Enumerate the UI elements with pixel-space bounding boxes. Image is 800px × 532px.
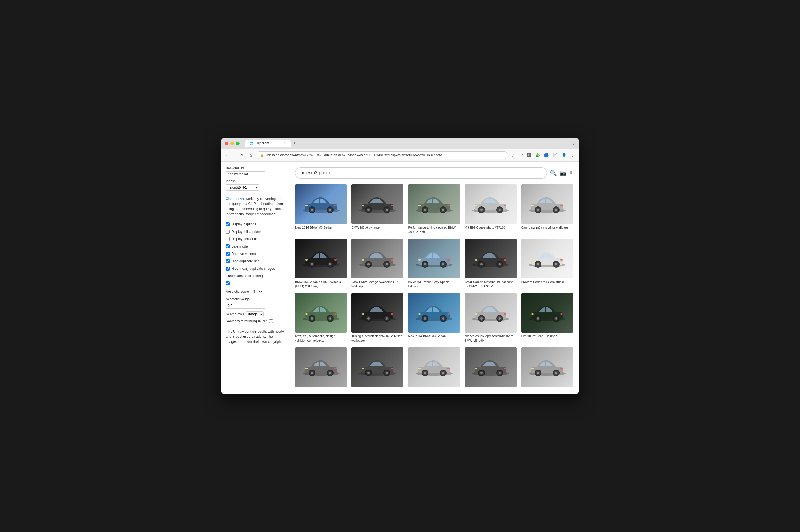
image-card[interactable] [351, 347, 403, 388]
aesthetic-score-select[interactable]: 9 123 456 7810 [251, 289, 263, 294]
svg-rect-179 [448, 368, 450, 369]
new-tab-button[interactable]: + [291, 140, 298, 146]
index-select[interactable]: laion5B-H-14 laion5B-L-14 laion400m-L-14 [226, 184, 259, 191]
svg-point-107 [329, 317, 331, 320]
svg-point-14 [367, 209, 370, 211]
image-caption: BMW M3 Sedan on HRE Wheels (FF11) 2019 г… [295, 280, 347, 289]
hide-duplicate-urls-checkbox[interactable] [226, 259, 230, 263]
svg-point-94 [537, 263, 539, 265]
search-input-container [295, 167, 547, 179]
svg-point-67 [385, 263, 388, 265]
sidebar: Backend url: Index: laion5B-H-14 laion5B… [221, 162, 289, 394]
multilingual-row: Search with multilingual clip [226, 319, 285, 323]
camera-search-button[interactable]: 📷 [560, 170, 566, 176]
window-controls-icon: ⌄ [572, 141, 576, 146]
image-card[interactable]: Tuning tuned black bmw m3 e92 sea wallpa… [351, 293, 403, 343]
image-card[interactable]: Gray BMW Garage Awesome HD Wallpaper [351, 239, 403, 289]
svg-point-184 [480, 372, 483, 374]
menu-icon[interactable]: ⋮ [569, 152, 576, 158]
backend-url-input[interactable] [226, 171, 266, 177]
remove-violence-checkbox[interactable] [226, 252, 230, 256]
image-card[interactable]: New 2014 BMW M3 Sedan [295, 184, 347, 234]
maximize-button[interactable] [236, 141, 240, 145]
hide-duplicate-images-checkbox[interactable] [226, 267, 230, 270]
safe-mode-checkbox[interactable] [226, 244, 230, 248]
download-button[interactable]: ⬇ [569, 170, 573, 176]
image-card[interactable]: Cars bmw m3 rims white wallpaper [521, 184, 573, 234]
display-full-captions-checkbox[interactable] [226, 230, 230, 234]
image-card[interactable]: BMW M3 Sedan on HRE Wheels (FF11) 2019 г… [295, 239, 347, 289]
svg-rect-39 [504, 205, 506, 206]
svg-rect-79 [448, 259, 450, 261]
search-input[interactable] [301, 170, 542, 175]
reader-view-icon[interactable]: 📄 [551, 152, 559, 158]
image-card[interactable]: BMW M3 Frozen Grey Special Edition [408, 239, 460, 289]
image-card[interactable]: bmw, car, automobile, design, vehicle, t… [295, 293, 347, 343]
ublock-icon[interactable]: 🔵 [543, 152, 550, 158]
display-similarities-checkbox[interactable] [226, 237, 230, 241]
address-bar[interactable]: 🔒 knn.laion.ai/?back=https%3A%2F%2Fknn.l… [256, 151, 508, 159]
svg-rect-169 [391, 368, 393, 369]
multilingual-checkbox[interactable] [269, 319, 273, 323]
enable-aesthetic-checkbox[interactable] [226, 281, 230, 285]
search-over-select[interactable]: image text [246, 311, 264, 317]
display-captions-checkbox[interactable] [226, 222, 230, 226]
aesthetic-score-row: Aesthetic score 9 123 456 7810 [226, 289, 285, 294]
index-label: Index: [226, 179, 285, 183]
close-button[interactable] [224, 141, 228, 145]
image-caption: Tuning tuned black bmw m3 e92 sea wallpa… [351, 334, 403, 343]
clip-retrieval-link[interactable]: Clip retrieval [226, 197, 245, 201]
image-card[interactable]: New 2014 BMW M3 Sedan [408, 293, 460, 343]
svg-point-27 [442, 209, 444, 211]
svg-point-84 [480, 263, 483, 265]
account-icon[interactable]: 👤 [560, 152, 567, 158]
svg-rect-189 [504, 368, 506, 369]
pocket-icon[interactable]: 🅿 [526, 152, 532, 158]
image-grid: New 2014 BMW M3 Sedan [295, 184, 573, 388]
active-tab[interactable]: 🌐 Clip front ✕ [245, 139, 291, 147]
svg-point-77 [442, 263, 444, 265]
svg-rect-29 [448, 205, 450, 206]
svg-point-187 [498, 372, 501, 374]
search-over-row: Search over image text [226, 311, 285, 317]
shield-icon[interactable]: 🛡 [518, 152, 524, 158]
svg-rect-198 [531, 368, 534, 369]
hide-duplicate-images-label: Hide (near) duplicate images [231, 267, 275, 270]
tab-label: Clip front [255, 141, 269, 145]
bookmark-icon[interactable]: ☆ [510, 152, 516, 158]
home-button[interactable]: ⌂ [248, 152, 253, 158]
image-card[interactable] [465, 347, 517, 388]
image-card[interactable] [521, 347, 573, 388]
back-button[interactable]: ‹ [224, 152, 230, 158]
tab-close-button[interactable]: ✕ [284, 141, 287, 145]
svg-rect-8 [306, 205, 308, 206]
extensions-icon[interactable]: 🧩 [534, 152, 541, 158]
reload-button[interactable]: ↻ [238, 152, 245, 158]
image-card[interactable]: Скриншот Gran Turismo 5 [521, 293, 573, 343]
forward-button[interactable]: › [232, 152, 236, 158]
minimize-button[interactable] [230, 141, 234, 145]
svg-point-167 [385, 372, 388, 374]
svg-rect-148 [531, 314, 534, 315]
image-caption: BMW M3 .6 by larsen [351, 225, 403, 230]
svg-point-17 [385, 209, 388, 211]
title-bar: 🌐 Clip front ✕ + ⌄ [221, 138, 579, 149]
main-content: 🔍 📷 ⬇ [289, 162, 579, 394]
image-card[interactable]: Cstar Carbon Motorhaube passend für BMW … [465, 239, 517, 289]
image-card[interactable] [295, 347, 347, 388]
display-similarities-label: Display similarities [231, 237, 259, 241]
image-card[interactable]: BMW M3 .6 by larsen [351, 184, 403, 234]
aesthetic-weight-input[interactable] [226, 303, 266, 308]
image-card[interactable]: Performance tuning csomag BMW X6-hoz: 36… [408, 184, 460, 234]
search-button[interactable]: 🔍 [550, 170, 557, 176]
svg-rect-109 [334, 314, 337, 315]
svg-rect-108 [306, 314, 308, 315]
image-card[interactable]: coches-mejor-representan-final-era-BMW-M… [465, 293, 517, 343]
image-caption: Cars bmw m3 rims white wallpaper [521, 225, 573, 230]
hide-duplicate-images-row: Hide (near) duplicate images [226, 265, 285, 272]
image-card[interactable]: M3 E92 Coupe photo #77188 [465, 184, 517, 234]
display-full-captions-label: Display full captions [231, 230, 261, 234]
image-card[interactable] [408, 347, 460, 388]
image-card[interactable]: BMW M Series M3 Convertible [521, 239, 573, 289]
svg-rect-99 [560, 259, 563, 261]
